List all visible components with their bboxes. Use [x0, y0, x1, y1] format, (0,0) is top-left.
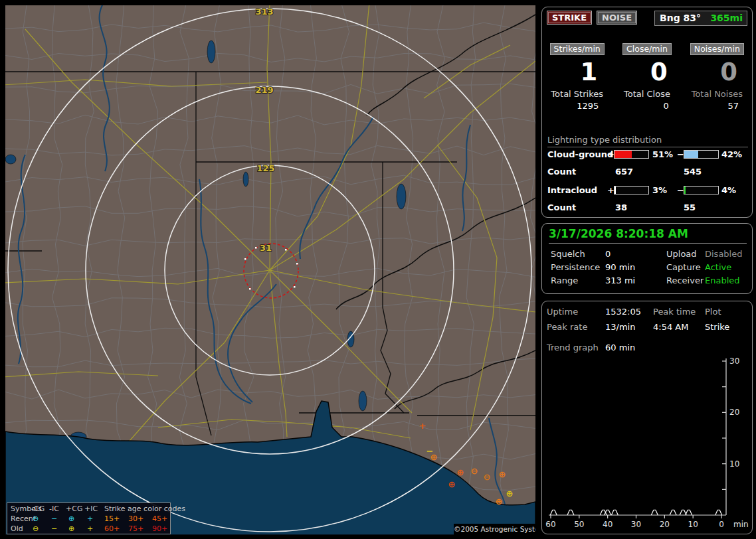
- count-label: Count: [547, 167, 576, 177]
- trend-panel: Uptime 1532:05 Peak time Plot Peak rate …: [541, 301, 753, 534]
- strike-symbol: ⊕: [430, 452, 438, 462]
- bearing-value: Bng 83°: [660, 11, 701, 25]
- cg-minus-percent: 42%: [721, 149, 742, 159]
- strike-symbol: ⊖: [471, 466, 478, 476]
- close-column: Close/min 0 Total Close 0: [612, 42, 682, 111]
- old-circled-plus-icon: ⊕: [68, 524, 74, 533]
- recent-circled-plus-icon: ⊕: [68, 514, 74, 523]
- old-circled-minus-icon: ⊖: [33, 524, 39, 533]
- age-90: 90+: [152, 524, 167, 533]
- recent-plus-icon: +: [87, 514, 93, 523]
- legend-old-label: Old: [11, 524, 23, 533]
- receiver-label: Receiver: [666, 275, 704, 285]
- legend-col--cg: -CG: [31, 504, 45, 513]
- noises-per-min-chip[interactable]: Noises/min: [690, 43, 744, 55]
- noise-mode-button[interactable]: NOISE: [597, 11, 637, 25]
- upload-label: Upload: [666, 249, 697, 259]
- total-noises-label: Total Noises: [682, 89, 752, 99]
- legend-col--ic: -IC: [49, 504, 59, 513]
- strike-symbol: ⊕: [457, 467, 464, 477]
- distribution-title: Lightning type distribution: [547, 135, 748, 147]
- stats-panel: STRIKE NOISE Bng 83° 365mi Strikes/min 1…: [541, 7, 753, 218]
- cloud-ground-label: Cloud-ground: [547, 149, 613, 159]
- total-noises-value: 57: [682, 101, 752, 111]
- upload-status: Disabled: [705, 249, 742, 259]
- total-strikes-value: 1295: [542, 101, 612, 111]
- ic-minus-bar: [684, 186, 719, 194]
- status-row: Persistence 90 min Capture Active: [542, 262, 752, 273]
- svg-text:40: 40: [603, 520, 613, 529]
- noises-column: Noises/min 0 Total Noises 57: [682, 42, 752, 111]
- ring-label-313: 313: [255, 7, 273, 17]
- persistence-value: 90 min: [605, 262, 635, 272]
- age-45: 45+: [152, 514, 167, 523]
- trend-graph: 1020306050403020100min: [542, 301, 753, 535]
- status-row: Range 313 mi Receiver Enabled: [542, 275, 752, 286]
- svg-text:30: 30: [631, 520, 641, 529]
- strikes-column: Strikes/min 1 Total Strikes 1295: [542, 42, 612, 111]
- close-per-min-chip[interactable]: Close/min: [622, 43, 672, 55]
- old-plus-icon: +: [87, 524, 93, 533]
- legend-age-header: Strike age color codes: [104, 504, 185, 513]
- receiver-status: Enabled: [705, 275, 740, 285]
- svg-text:60: 60: [545, 520, 555, 529]
- bearing-display: Bng 83° 365mi: [654, 11, 747, 26]
- range-value: 313 mi: [605, 275, 635, 285]
- map-canvas: 313 219 125 31 +−⊕⊕⊖⊕⊖⊕⊕⊕: [5, 5, 535, 535]
- strike-mode-button[interactable]: STRIKE: [547, 11, 592, 25]
- svg-text:30: 30: [729, 356, 739, 366]
- strike-symbol: +: [419, 421, 426, 431]
- bearing-range-value: 365mi: [710, 11, 743, 25]
- old-minus-icon: −: [51, 524, 57, 533]
- copyright-text: ©2005 Astrogenic Systems: [454, 524, 535, 535]
- cloud-ground-row: Cloud-ground + 51% − 42%: [542, 149, 752, 160]
- age-15: 15+: [104, 514, 120, 523]
- recent-minus-icon: −: [51, 514, 57, 523]
- svg-text:10: 10: [729, 459, 739, 469]
- datetime-display: 3/17/2026 8:20:18 AM: [549, 227, 747, 244]
- close-per-min-value: 0: [612, 59, 682, 86]
- ic-plus-percent: 3%: [652, 185, 667, 195]
- cg-minus-bar: [684, 150, 719, 159]
- noises-per-min-value: 0: [682, 59, 752, 86]
- strike-symbol: ⊕: [448, 479, 456, 489]
- ic-plus-count: 38: [615, 202, 627, 212]
- recent-circled-minus-icon: ⊖: [33, 514, 39, 523]
- cg-plus-bar: [614, 150, 649, 159]
- svg-text:20: 20: [660, 520, 670, 529]
- squelch-value: 0: [605, 249, 611, 259]
- age-75: 75+: [128, 524, 143, 533]
- map-legend: Symbols -CG -IC +CG +IC Strike age color…: [7, 502, 171, 534]
- strike-symbol: ⊕: [496, 497, 503, 506]
- range-label: Range: [551, 275, 578, 285]
- intracloud-count-row: Count 38 55: [542, 202, 752, 213]
- noise-mode-button-label: NOISE: [598, 12, 636, 23]
- cg-plus-count: 657: [615, 167, 633, 177]
- ic-minus-count: 55: [684, 202, 696, 212]
- strike-symbol: ⊕: [499, 469, 506, 479]
- ring-label-219: 219: [255, 85, 273, 95]
- lightning-map[interactable]: 313 219 125 31 +−⊕⊕⊖⊕⊖⊕⊕⊕ Symbols -CG -I…: [5, 5, 535, 535]
- cg-minus-count: 545: [684, 167, 702, 177]
- cg-plus-percent: 51%: [652, 149, 673, 159]
- ic-plus-bar: [614, 186, 649, 194]
- total-close-label: Total Close: [612, 89, 682, 99]
- capture-status: Active: [705, 262, 731, 272]
- status-panel: 3/17/2026 8:20:18 AM Squelch 0 Upload Di…: [541, 223, 753, 294]
- strikes-per-min-chip[interactable]: Strikes/min: [550, 43, 605, 55]
- count-label: Count: [547, 202, 576, 212]
- svg-text:10: 10: [688, 520, 698, 529]
- cloud-ground-count-row: Count 657 545: [542, 167, 752, 177]
- svg-text:50: 50: [574, 520, 584, 529]
- svg-text:20: 20: [729, 408, 739, 417]
- total-close-value: 0: [612, 101, 682, 111]
- ic-minus-percent: 4%: [721, 185, 736, 195]
- legend-col-+cg: +CG: [66, 504, 82, 513]
- persistence-label: Persistence: [551, 262, 600, 272]
- age-60: 60+: [104, 524, 120, 533]
- strike-symbol: ⊕: [506, 489, 514, 499]
- total-strikes-label: Total Strikes: [542, 89, 612, 99]
- intracloud-label: Intracloud: [547, 185, 597, 195]
- intracloud-row: Intracloud + 3% − 4%: [542, 185, 752, 196]
- strike-symbol: ⊖: [484, 472, 491, 482]
